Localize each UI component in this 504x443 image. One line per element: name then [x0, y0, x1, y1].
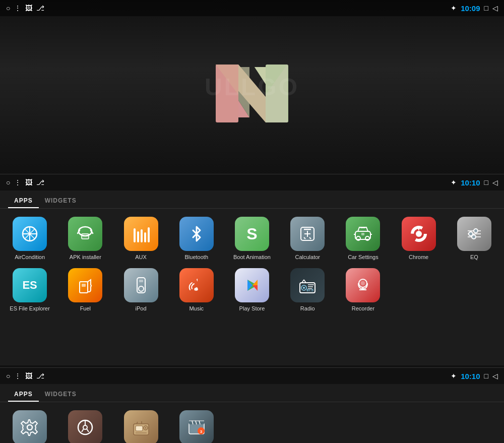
app-carsettings[interactable]: Car Settings [335, 213, 391, 264]
app-icon-ipod [124, 268, 158, 302]
time-boot: 10:09 [461, 4, 480, 13]
app-icon-music [179, 268, 214, 302]
app-icon-bootanim: S [235, 217, 269, 251]
dots-icon-apps1: ⋮ [14, 178, 21, 186]
svg-line-28 [309, 237, 311, 239]
back-icon-boot: ◁ [492, 4, 498, 12]
app-calculator[interactable]: Calculator [280, 213, 335, 264]
image-icon: 🖼 [25, 4, 32, 12]
app-label-bootanim: Boot Animation [233, 254, 271, 260]
app-aircondition[interactable]: AirCondition [2, 213, 57, 264]
svg-point-40 [416, 231, 422, 237]
app-playstore[interactable]: Play Store [224, 264, 280, 315]
tab-widgets2[interactable]: WIDGETS [39, 388, 83, 402]
app-icon-apk [68, 217, 102, 251]
app-music[interactable]: Music [169, 264, 224, 315]
svg-line-27 [304, 237, 305, 239]
dots-icon: ⋮ [14, 4, 21, 12]
tab-widgets[interactable]: WIDGETS [39, 194, 83, 208]
svg-rect-48 [80, 282, 88, 293]
app-retro-radio[interactable] [113, 406, 168, 443]
svg-rect-52 [139, 280, 143, 282]
app-icon-chrome [402, 217, 436, 251]
app-chrome[interactable]: Chrome [391, 213, 447, 264]
square-icon-apps1: □ [484, 178, 488, 186]
svg-rect-21 [141, 229, 143, 242]
image-icon-apps1: 🖼 [25, 178, 32, 186]
app-icon-aux [124, 217, 158, 251]
svg-rect-19 [134, 228, 136, 242]
status-left-apps1: ○ ⋮ 🖼 ⎇ [6, 178, 44, 186]
svg-line-75 [82, 429, 84, 432]
tab-apps2[interactable]: APPS [8, 388, 39, 402]
bluetooth-icon-apps1: ✦ [451, 178, 457, 186]
status-right-boot: ✦ 10:09 □ ◁ [451, 4, 498, 13]
app-aux[interactable]: AUX [113, 213, 168, 264]
app-icon-playstore [235, 268, 269, 302]
svg-point-47 [472, 235, 476, 239]
app-icon-aircondition [13, 217, 47, 251]
svg-line-76 [87, 429, 89, 432]
app-label-aux: AUX [135, 254, 147, 260]
svg-rect-22 [144, 232, 146, 242]
app-empty2 [447, 264, 502, 315]
bluetooth-icon-apps2: ✦ [451, 372, 457, 380]
circle-icon-apps1: ○ [6, 178, 10, 186]
svg-rect-20 [137, 231, 139, 242]
app-recorder[interactable]: Recorder [335, 264, 391, 315]
app-icon-esfile: ES [13, 268, 47, 302]
app-esfile[interactable]: ES ES File Explorer [2, 264, 57, 315]
status-left-apps2: ○ ⋮ 🖼 ⎇ [6, 372, 44, 380]
app-ipod[interactable]: iPod [113, 264, 168, 315]
app-fuel[interactable]: Fuel [57, 264, 113, 315]
app-steering[interactable] [57, 406, 113, 443]
dots-icon-apps2: ⋮ [14, 372, 21, 380]
svg-point-46 [474, 229, 478, 233]
status-bar-apps2: ○ ⋮ 🖼 ⎇ ✦ 10:10 □ ◁ [0, 368, 504, 384]
app-label-recorder: Recorder [352, 305, 374, 311]
app-icon-calculator [290, 217, 325, 251]
tab-apps[interactable]: APPS [8, 194, 39, 208]
app-icon-bluetooth [179, 217, 214, 251]
status-right-apps2: ✦ 10:10 □ ◁ [451, 372, 498, 381]
square-icon-apps2: □ [484, 372, 488, 380]
app-video[interactable]: 3 [169, 406, 224, 443]
app-eq[interactable]: EQ [447, 213, 502, 264]
svg-rect-36 [361, 233, 364, 235]
apps-panel-bottom: ○ ⋮ 🖼 ⎇ ✦ 10:10 □ ◁ APPS WIDGETS Setting… [0, 367, 504, 443]
app-icon-eq [457, 217, 491, 251]
time-apps1: 10:10 [461, 178, 480, 187]
usb-icon-apps1: ⎇ [36, 178, 44, 186]
apps-panel-main: ○ ⋮ 🖼 ⎇ ✦ 10:10 □ ◁ APPS WIDGETS AirCond… [0, 174, 504, 365]
svg-point-73 [83, 425, 87, 429]
app-label-music: Music [189, 305, 204, 311]
svg-point-60 [303, 287, 305, 289]
app-icon-video: 3 [179, 410, 214, 443]
usb-icon: ⎇ [36, 4, 44, 12]
boot-panel: ○ ⋮ 🖼 ⎇ ✦ 10:09 □ ◁ Ullgo [0, 0, 504, 174]
svg-rect-79 [136, 426, 143, 431]
app-icon-steering [68, 410, 102, 443]
app-bluetooth[interactable]: Bluetooth [169, 213, 224, 264]
app-settings[interactable]: Settings [2, 406, 57, 443]
usb-icon-apps2: ⎇ [36, 372, 44, 380]
app-label-calculator: Calculator [295, 254, 320, 260]
svg-text:87.5: 87.5 [306, 288, 313, 292]
tabs-bar-apps1: APPS WIDGETS [0, 191, 504, 209]
app-label-chrome: Chrome [409, 254, 428, 260]
svg-point-53 [194, 288, 198, 291]
app-radio[interactable]: 87.5 Radio [280, 264, 335, 315]
svg-point-81 [145, 427, 146, 429]
app-label-eq: EQ [470, 254, 478, 260]
app-icon-fuel [68, 268, 102, 302]
app-bootanimation[interactable]: S Boot Animation [224, 213, 280, 264]
app-label-radio: Radio [300, 305, 315, 311]
status-right-apps1: ✦ 10:10 □ ◁ [451, 178, 498, 187]
back-icon-apps1: ◁ [492, 178, 498, 186]
app-apkinstaller[interactable]: APK installer [57, 213, 113, 264]
svg-rect-49 [82, 284, 86, 287]
app-label-playstore: Play Store [239, 305, 265, 311]
back-icon-apps2: ◁ [492, 372, 498, 380]
bluetooth-icon-boot: ✦ [451, 4, 457, 12]
circle-icon: ○ [6, 4, 10, 12]
